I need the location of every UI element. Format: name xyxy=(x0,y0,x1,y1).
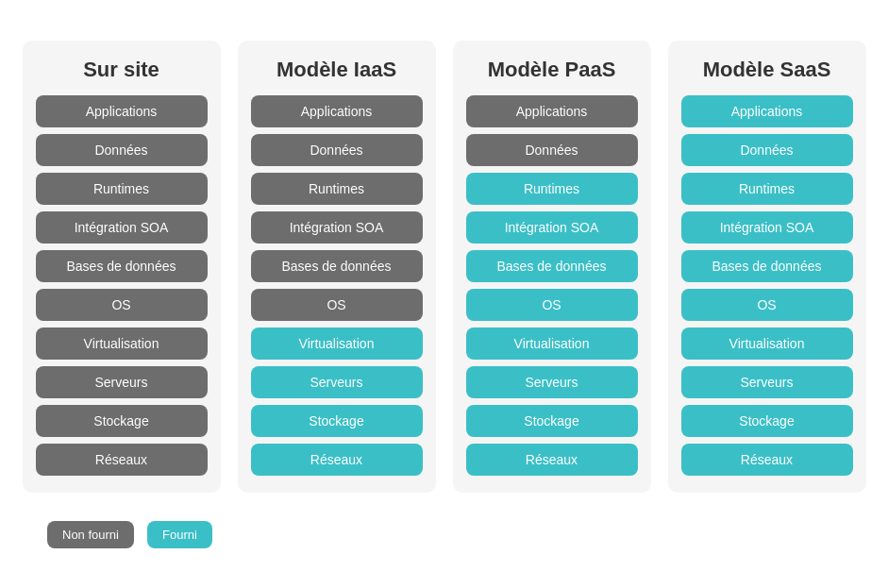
item-badge: Stockage xyxy=(466,405,638,437)
item-badge: Intégration SOA xyxy=(466,211,638,244)
item-badge: Virtualisation xyxy=(681,328,853,360)
item-badge: Réseaux xyxy=(681,444,853,476)
legend-container: Non fourniFourni xyxy=(47,521,212,548)
legend-badge: Non fourni xyxy=(47,521,134,548)
item-badge: Données xyxy=(36,134,208,166)
item-badge: Intégration SOA xyxy=(251,211,423,244)
item-badge: Bases de données xyxy=(466,250,638,282)
item-badge: Serveurs xyxy=(251,366,423,398)
item-badge: Virtualisation xyxy=(36,328,208,360)
column-title-modele-paas: Modèle PaaS xyxy=(488,58,616,82)
item-badge: Réseaux xyxy=(251,444,423,476)
item-badge: Applications xyxy=(251,95,423,127)
column-title-sur-site: Sur site xyxy=(83,58,159,82)
item-badge: Applications xyxy=(681,95,853,127)
column-modele-saas: Modèle SaaSApplicationsDonnéesRuntimesIn… xyxy=(668,41,866,493)
items-list-sur-site: ApplicationsDonnéesRuntimesIntégration S… xyxy=(36,95,208,476)
column-modele-paas: Modèle PaaSApplicationsDonnéesRuntimesIn… xyxy=(453,41,651,493)
item-badge: Stockage xyxy=(36,405,208,437)
item-badge: OS xyxy=(681,289,853,321)
item-badge: Bases de données xyxy=(251,250,423,282)
items-list-modele-saas: ApplicationsDonnéesRuntimesIntégration S… xyxy=(681,95,853,476)
item-badge: Bases de données xyxy=(36,250,208,282)
items-list-modele-paas: ApplicationsDonnéesRuntimesIntégration S… xyxy=(466,95,638,476)
column-title-modele-iaas: Modèle IaaS xyxy=(276,58,396,82)
items-list-modele-iaas: ApplicationsDonnéesRuntimesIntégration S… xyxy=(251,95,423,476)
item-badge: Intégration SOA xyxy=(681,211,853,244)
columns-container: Sur siteApplicationsDonnéesRuntimesIntég… xyxy=(23,41,866,493)
item-badge: OS xyxy=(251,289,423,321)
legend-item: Fourni xyxy=(147,521,212,548)
item-badge: Serveurs xyxy=(681,366,853,398)
item-badge: Stockage xyxy=(681,405,853,437)
item-badge: Intégration SOA xyxy=(36,211,208,244)
item-badge: Runtimes xyxy=(251,173,423,205)
item-badge: Applications xyxy=(466,95,638,127)
item-badge: Données xyxy=(466,134,638,166)
item-badge: Données xyxy=(681,134,853,166)
item-badge: Bases de données xyxy=(681,250,853,282)
item-badge: Applications xyxy=(36,95,208,127)
item-badge: Stockage xyxy=(251,405,423,437)
item-badge: Serveurs xyxy=(36,366,208,398)
item-badge: Runtimes xyxy=(466,173,638,205)
item-badge: Réseaux xyxy=(466,444,638,476)
item-badge: OS xyxy=(36,289,208,321)
item-badge: Serveurs xyxy=(466,366,638,398)
item-badge: Virtualisation xyxy=(466,328,638,360)
item-badge: OS xyxy=(466,289,638,321)
legend-badge: Fourni xyxy=(147,521,212,548)
item-badge: Données xyxy=(251,134,423,166)
item-badge: Virtualisation xyxy=(251,328,423,360)
column-title-modele-saas: Modèle SaaS xyxy=(703,58,831,82)
column-sur-site: Sur siteApplicationsDonnéesRuntimesIntég… xyxy=(23,41,221,493)
item-badge: Runtimes xyxy=(36,173,208,205)
item-badge: Réseaux xyxy=(36,444,208,476)
legend-item: Non fourni xyxy=(47,521,134,548)
column-modele-iaas: Modèle IaaSApplicationsDonnéesRuntimesIn… xyxy=(238,41,436,493)
item-badge: Runtimes xyxy=(681,173,853,205)
